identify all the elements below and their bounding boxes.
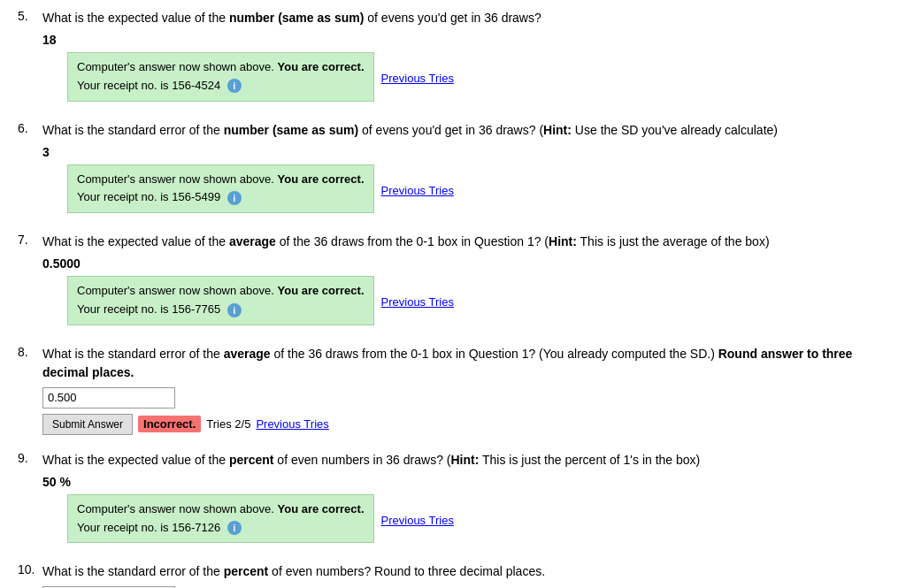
q7-receipt: Your receipt no. is 156-7765 i [77, 302, 242, 316]
q6-receipt: Your receipt no. is 156-5499 i [77, 190, 242, 203]
q6-info-icon[interactable]: i [227, 191, 242, 205]
q8-input[interactable] [42, 387, 175, 409]
q7-text: What is the expected value of the averag… [42, 233, 888, 251]
q9-correct-bold: You are correct. [278, 502, 365, 515]
q9-correct-row: Computer's answer now shown above. You a… [42, 494, 888, 547]
q10-text: What is the standard error of the percen… [42, 562, 888, 581]
q5-num: 5. [18, 9, 42, 23]
q8-incorrect-badge: Incorrect. [138, 416, 201, 432]
q6-correct-msg: Computer's answer now shown above. [77, 172, 274, 186]
q5-answer: 18 [42, 33, 888, 47]
q9-correct-box: Computer's answer now shown above. You a… [67, 494, 374, 544]
q9-correct-msg: Computer's answer now shown above. [77, 502, 274, 515]
q5-correct-box: Computer's answer now shown above. You a… [67, 52, 374, 102]
question-10: 10. What is the standard error of the pe… [18, 562, 888, 588]
q6-correct-row: Computer's answer now shown above. You a… [42, 164, 888, 218]
q5-info-icon[interactable]: i [227, 79, 242, 93]
q5-text: What is the expected value of the number… [42, 9, 888, 27]
q10-num: 10. [18, 562, 42, 577]
q6-correct-bold: You are correct. [278, 172, 365, 186]
q8-prev-tries[interactable]: Previous Tries [256, 417, 328, 431]
q6-num: 6. [18, 121, 42, 135]
q5-receipt: Your receipt no. is 156-4524 i [77, 79, 242, 92]
q8-text: What is the standard error of the averag… [42, 345, 888, 382]
q7-prev-tries[interactable]: Previous Tries [381, 295, 454, 309]
q6-text: What is the standard error of the number… [42, 121, 888, 140]
q5-correct-bold: You are correct. [278, 60, 365, 73]
q8-tries-row: Submit Answer Incorrect. Tries 2/5 Previ… [42, 414, 888, 435]
q7-correct-msg: Computer's answer now shown above. [77, 284, 274, 297]
q8-input-row [42, 387, 888, 409]
q9-text: What is the expected value of the percen… [42, 451, 888, 470]
question-6: 6. What is the standard error of the num… [18, 121, 888, 218]
question-9: 9. What is the expected value of the per… [18, 451, 888, 547]
q7-num: 7. [18, 233, 42, 247]
question-8: 8. What is the standard error of the ave… [18, 345, 888, 435]
q6-answer: 3 [42, 145, 888, 159]
q7-answer: 0.5000 [42, 256, 888, 271]
q8-submit-button[interactable]: Submit Answer [42, 414, 133, 435]
q9-answer: 50 % [42, 475, 888, 489]
q6-correct-box: Computer's answer now shown above. You a… [67, 164, 374, 214]
q7-info-icon[interactable]: i [227, 303, 242, 317]
q7-correct-box: Computer's answer now shown above. You a… [67, 276, 374, 325]
q9-prev-tries[interactable]: Previous Tries [381, 514, 454, 527]
q7-correct-bold: You are correct. [278, 284, 365, 297]
q8-num: 8. [18, 345, 42, 359]
q9-receipt: Your receipt no. is 156-7126 i [77, 521, 242, 534]
question-5: 5. What is the expected value of the num… [18, 9, 888, 105]
q9-info-icon[interactable]: i [227, 521, 242, 535]
q7-correct-row: Computer's answer now shown above. You a… [42, 276, 888, 329]
q5-prev-tries[interactable]: Previous Tries [381, 72, 454, 85]
q6-prev-tries[interactable]: Previous Tries [381, 184, 454, 197]
q8-tries-text: Tries 2/5 [206, 417, 250, 431]
q9-num: 9. [18, 451, 42, 465]
question-7: 7. What is the expected value of the ave… [18, 233, 888, 329]
q5-correct-row: Computer's answer now shown above. You a… [42, 52, 888, 105]
q5-correct-msg: Computer's answer now shown above. [77, 60, 274, 73]
